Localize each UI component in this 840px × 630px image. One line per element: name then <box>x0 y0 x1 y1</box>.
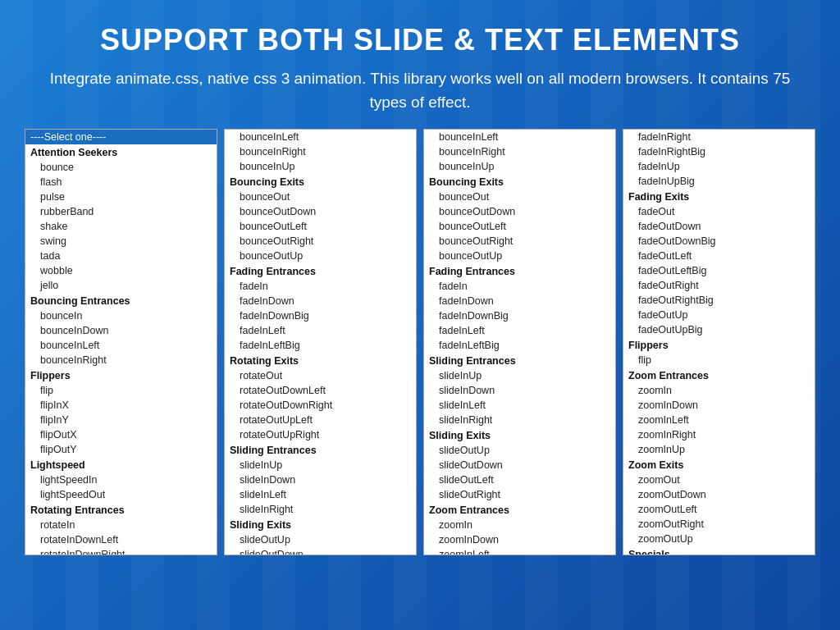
list-item[interactable]: flipOutX <box>25 427 217 442</box>
list-item: Zoom Exits <box>623 457 815 472</box>
list-item[interactable]: slideInUp <box>225 458 416 472</box>
animation-list-3[interactable]: bounceInLeftbounceInRightbounceInUpBounc… <box>423 129 616 555</box>
list-item[interactable]: bounce <box>25 160 217 175</box>
list-item[interactable]: flash <box>25 175 217 189</box>
list-item[interactable]: rotateOutUpRight <box>225 427 416 442</box>
list-item[interactable]: rotateOutUpLeft <box>225 413 416 427</box>
list-item[interactable]: slideOutLeft <box>424 472 615 487</box>
list-item[interactable]: bounceInUp <box>225 159 416 174</box>
list-item[interactable]: fadeOutUp <box>623 308 815 322</box>
list-item[interactable]: fadeInLeftBig <box>424 338 615 353</box>
list-item[interactable]: zoomInRight <box>623 427 815 442</box>
list-item[interactable]: bounceInLeft <box>424 130 615 144</box>
list-item[interactable]: bounceInRight <box>225 144 416 159</box>
list-item[interactable]: bounceOut <box>225 189 416 204</box>
list-item[interactable]: fadeIn <box>225 279 416 294</box>
list-item[interactable]: shake <box>25 219 217 234</box>
list-item[interactable]: flipOutY <box>25 442 217 457</box>
list-item[interactable]: slideOutDown <box>225 547 416 555</box>
list-item[interactable]: bounceOutUp <box>424 249 615 263</box>
list-item[interactable]: swing <box>25 234 217 249</box>
list-item[interactable]: fadeOutLeft <box>623 249 815 263</box>
list-item[interactable]: fadeInUpBig <box>623 174 815 189</box>
list-item[interactable]: fadeOutLeftBig <box>623 263 815 278</box>
list-item[interactable]: slideInLeft <box>225 487 416 502</box>
list-item[interactable]: zoomIn <box>424 518 615 532</box>
list-item[interactable]: bounceOutLeft <box>225 219 416 234</box>
list-item[interactable]: fadeOut <box>623 204 815 219</box>
list-item[interactable]: fadeOutDownBig <box>623 234 815 249</box>
list-item[interactable]: rotateIn <box>25 518 217 532</box>
list-item[interactable]: fadeInUp <box>623 159 815 174</box>
list-item[interactable]: lightSpeedIn <box>25 472 217 487</box>
list-item[interactable]: fadeInLeft <box>424 323 615 338</box>
animation-list-2[interactable]: bounceInLeftbounceInRightbounceInUpBounc… <box>224 129 417 555</box>
list-item[interactable]: slideOutUp <box>424 443 615 458</box>
list-item[interactable]: rotateInDownRight <box>25 547 217 555</box>
list-item[interactable]: flipInX <box>25 398 217 413</box>
list-item[interactable]: slideOutUp <box>225 532 416 547</box>
list-item[interactable]: fadeOutRight <box>623 278 815 293</box>
list-item[interactable]: zoomInUp <box>623 442 815 457</box>
list-item[interactable]: tada <box>25 249 217 263</box>
animation-list-4[interactable]: fadeInRightfadeInRightBigfadeInUpfadeInU… <box>623 129 815 555</box>
list-item[interactable]: zoomOut <box>623 472 815 487</box>
list-item[interactable]: zoomOutRight <box>623 517 815 532</box>
list-item[interactable]: slideInLeft <box>424 398 615 413</box>
list-item[interactable]: zoomIn <box>623 383 815 398</box>
list-item[interactable]: bounceOutDown <box>424 204 615 219</box>
list-item[interactable]: slideOutRight <box>424 487 615 502</box>
list-item[interactable]: bounceOut <box>424 189 615 204</box>
list-item[interactable]: flip <box>25 383 217 398</box>
list-item[interactable]: slideInDown <box>225 472 416 487</box>
list-item[interactable]: zoomOutUp <box>623 532 815 546</box>
list-item[interactable]: fadeInDown <box>424 294 615 308</box>
list-item[interactable]: fadeInLeft <box>225 323 416 338</box>
list-item[interactable]: slideInDown <box>424 383 615 398</box>
list-item[interactable]: fadeInDown <box>225 294 416 308</box>
list-item[interactable]: rotateOutDownRight <box>225 398 416 413</box>
list-item[interactable]: slideInRight <box>225 502 416 517</box>
list-item[interactable]: bounceOutLeft <box>424 219 615 234</box>
list-item[interactable]: fadeInDownBig <box>424 308 615 323</box>
list-item[interactable]: fadeOutDown <box>623 219 815 234</box>
list-item[interactable]: wobble <box>25 263 217 278</box>
list-item[interactable]: bounceInDown <box>25 323 217 338</box>
list-item[interactable]: slideOutDown <box>424 458 615 472</box>
list-item[interactable]: rotateOut <box>225 368 416 383</box>
list-item[interactable]: bounceOutDown <box>225 204 416 219</box>
list-item[interactable]: bounceInRight <box>25 353 217 368</box>
list-item[interactable]: fadeIn <box>424 279 615 294</box>
list-item[interactable]: fadeInDownBig <box>225 308 416 323</box>
list-item[interactable]: jello <box>25 278 217 293</box>
list-item[interactable]: bounceOutUp <box>225 249 416 263</box>
list-item[interactable]: bounceOutRight <box>424 234 615 249</box>
list-item[interactable]: lightSpeedOut <box>25 487 217 502</box>
list-item[interactable]: rubberBand <box>25 204 217 219</box>
list-item[interactable]: bounceInLeft <box>225 130 416 144</box>
list-item[interactable]: fadeInLeftBig <box>225 338 416 353</box>
list-item[interactable]: fadeInRight <box>623 130 815 144</box>
list-item[interactable]: zoomInLeft <box>623 413 815 427</box>
list-item[interactable]: bounceIn <box>25 308 217 323</box>
list-item[interactable]: bounceInUp <box>424 159 615 174</box>
list-item[interactable]: zoomInDown <box>623 398 815 413</box>
list-item[interactable]: fadeOutRightBig <box>623 293 815 308</box>
list-item[interactable]: zoomOutDown <box>623 487 815 502</box>
list-item[interactable]: rotateOutDownLeft <box>225 383 416 398</box>
list-item[interactable]: zoomInDown <box>424 532 615 547</box>
list-item[interactable]: pulse <box>25 189 217 204</box>
list-item[interactable]: flip <box>623 353 815 368</box>
list-item[interactable]: bounceInRight <box>424 144 615 159</box>
list-item[interactable]: zoomOutLeft <box>623 502 815 517</box>
list-item[interactable]: bounceOutRight <box>225 234 416 249</box>
list-item[interactable]: fadeOutUpBig <box>623 322 815 337</box>
list-item[interactable]: flipInY <box>25 413 217 427</box>
list-item[interactable]: bounceInLeft <box>25 338 217 353</box>
list-item[interactable]: zoomInLeft <box>424 547 615 555</box>
list-item[interactable]: slideInRight <box>424 413 615 427</box>
list-item[interactable]: rotateInDownLeft <box>25 532 217 547</box>
animation-list-1[interactable]: ----Select one----Attention Seekersbounc… <box>25 129 217 555</box>
list-item[interactable]: slideInUp <box>424 368 615 383</box>
list-item[interactable]: fadeInRightBig <box>623 144 815 159</box>
